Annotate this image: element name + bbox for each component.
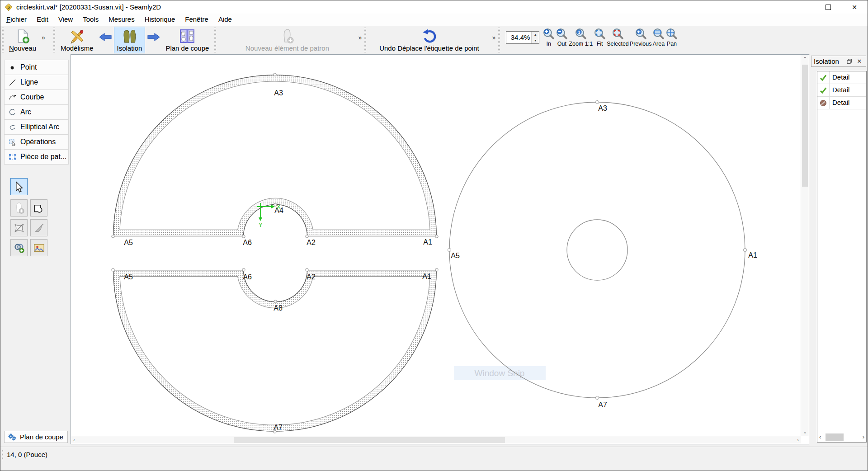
group-tool-button[interactable] [10,239,28,256]
zoom-previous-label: Previous [630,41,652,47]
union-tool-button[interactable] [30,199,47,217]
zoom-spinbox[interactable]: 34.4% ▲ ▼ [506,31,539,44]
isolation-panel-title: Isolation [814,57,839,65]
visibility-toggle[interactable] [817,97,830,109]
minimize-icon [800,7,805,7]
isolation-panel-header[interactable]: Isolation ✕ [811,56,866,67]
canvas-horizontal-scrollbar[interactable]: ‹ › [71,436,801,444]
image-tool-button[interactable] [30,239,47,256]
zoom-fit-icon [594,28,606,40]
modelisme-label: Modélisme [61,44,94,52]
zoom-fit-label: Fit [597,41,603,47]
circle-piece[interactable]: A3 A5 A1 A7 [448,100,757,409]
pattern-piece-bottom[interactable]: A5 A6 A2 A1 A8 A7 [112,268,438,433]
point-label: A3 [598,104,607,112]
visibility-toggle[interactable] [817,84,830,96]
sidebar-group-ligne[interactable]: Ligne [4,75,69,90]
canvas-vertical-scrollbar[interactable]: ⌃ ⌄ [801,55,809,436]
select-tool-button[interactable] [10,178,28,195]
menu-view[interactable]: View [53,14,78,26]
main-toolbar: Nouveau » Modélisme [0,26,868,55]
zoom-fit-button[interactable]: Fit [594,27,606,53]
zoom-in-label: In [547,41,551,47]
overflow-chevron-icon[interactable]: » [491,34,497,41]
scroll-left-icon[interactable]: ‹ [819,434,821,440]
visibility-toggle[interactable] [817,71,830,84]
pattern-piece-top[interactable]: A3 A5 A6 A4 A2 A1 X Y [112,73,438,246]
detail-label[interactable]: Detail [830,71,849,84]
insert-nodes-tool-button[interactable] [10,219,28,236]
point-label: A2 [307,239,316,246]
plan-de-coupe-panel-button[interactable]: Plan de coupe [4,431,68,443]
blocked-icon [820,99,827,107]
zoom-previous-button[interactable]: Previous [630,27,652,53]
zoom-1-1-button[interactable]: 1 Zoom 1:1 [569,27,593,53]
overflow-chevron-icon[interactable]: » [357,34,363,41]
previous-piece-arrow-icon[interactable] [99,31,112,43]
menu-tools[interactable]: Tools [78,14,104,26]
image-icon [33,242,45,254]
sidebar-group-operations[interactable]: Opérations [4,134,69,150]
overflow-chevron-icon[interactable]: » [40,34,47,41]
zoom-spin-up-icon[interactable]: ▲ [532,32,539,38]
point-label: A2 [307,273,316,281]
scroll-up-icon[interactable]: ⌃ [803,57,807,61]
menu-historique[interactable]: Historique [140,14,180,26]
minimize-button[interactable] [789,0,815,14]
sidebar-group-elliptical-arc[interactable]: Elliptical Arc [4,119,69,135]
sidebar-group-piece-de-patron[interactable]: Pièce de pat... [4,149,69,165]
close-panel-button[interactable]: ✕ [855,57,863,66]
detail-row[interactable]: Detail [817,71,866,84]
menu-fichier[interactable]: Fichier [1,14,32,26]
drawing-canvas[interactable]: Window Snip A3 A5 A6 A4 [71,54,809,444]
zoom-in-button[interactable]: In [542,27,555,53]
float-panel-button[interactable] [845,57,854,66]
menu-fenetre[interactable]: Fenêtre [180,14,213,26]
detail-row[interactable]: Detail [817,97,866,109]
zoom-area-button[interactable]: Area [652,27,665,53]
scrollbar-thumb[interactable] [802,65,808,187]
scroll-right-icon[interactable]: › [863,434,864,440]
new-document-button[interactable]: Nouveau [6,27,39,53]
zoom-selected-button[interactable]: Selected [607,27,629,53]
sidebar-group-courbe[interactable]: Courbe [4,89,69,105]
scrollbar-thumb[interactable] [826,433,844,441]
scrollbar-thumb[interactable] [234,437,505,443]
pan-icon [665,28,678,40]
scroll-left-icon[interactable]: ‹ [73,438,75,443]
zoom-out-button[interactable]: Out [556,27,568,53]
close-button[interactable]: ✕ [841,0,868,14]
toolbar-grip[interactable] [364,28,366,52]
toolbar-grip[interactable] [53,28,55,52]
toolbar-grip[interactable] [214,28,216,52]
plan-de-coupe-mode-button[interactable]: Plan de coupe [162,27,212,53]
menu-edit[interactable]: Edit [32,14,53,26]
zoom-spin-down-icon[interactable]: ▼ [532,38,539,43]
isolation-mode-button[interactable]: Isolation [114,27,146,53]
detail-label[interactable]: Detail [830,97,849,109]
modelisme-mode-button[interactable]: Modélisme [57,27,97,53]
scroll-down-icon[interactable]: ⌄ [803,429,807,434]
zoom-area-label: Area [653,41,665,47]
isolation-label: Isolation [117,44,142,52]
menu-mesures[interactable]: Mesures [104,14,140,26]
maximize-button[interactable] [815,0,841,14]
zoom-value[interactable]: 34.4% [506,32,531,43]
float-panel-icon [847,59,852,64]
scroll-right-icon[interactable]: › [797,438,799,443]
detail-row[interactable]: Detail [817,84,866,97]
point-label: A7 [598,401,607,409]
undo-button[interactable]: Undo Déplace l'étiquette de point [376,27,482,53]
detail-label[interactable]: Detail [830,84,849,96]
svg-text:S: S [7,5,10,9]
menu-aide[interactable]: Aide [213,14,237,26]
sidebar-group-arc[interactable]: Arc [4,104,69,120]
point-markers [112,268,438,433]
toolbar-grip[interactable] [498,28,500,52]
undo-icon [421,28,437,44]
next-piece-arrow-icon[interactable] [147,31,160,43]
detail-list-scrollbar[interactable]: ‹ › [817,433,866,442]
toolbar-grip[interactable] [2,28,4,52]
sidebar-group-point[interactable]: Point [4,60,69,75]
pan-button[interactable]: Pan [665,27,678,53]
